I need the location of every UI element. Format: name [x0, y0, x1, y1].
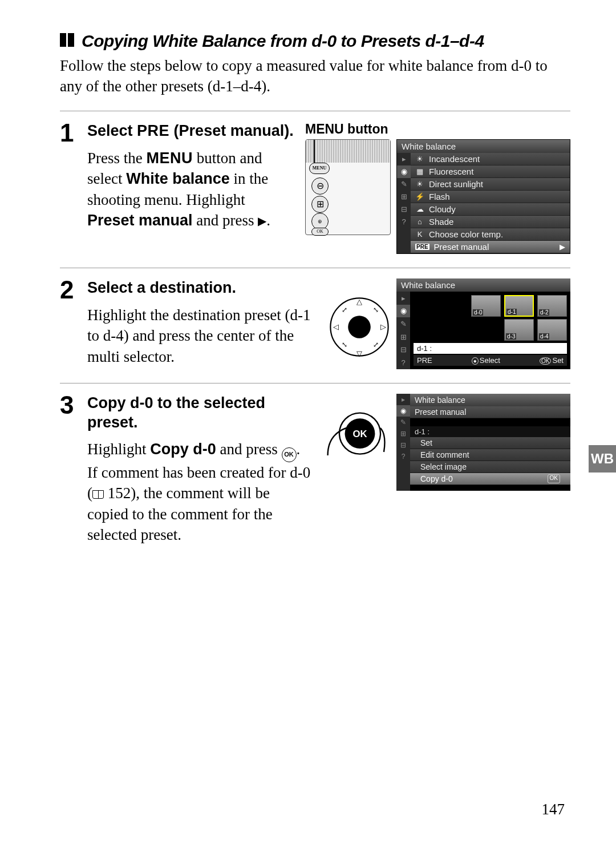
preset-field: d-1 :: [414, 343, 567, 354]
preset-manual-menu: ▸◉✎⊞⊟? White balance Preset manual d-1 :…: [396, 394, 570, 491]
intro-text: Follow the steps below to copy a measure…: [60, 55, 570, 97]
footer-pre: PRE: [417, 356, 432, 365]
sun-icon: ☀: [415, 180, 424, 188]
step-3-heading: Copy d-0 to the selected preset.: [87, 394, 312, 433]
step-1-number: 1: [60, 120, 87, 146]
camera-illustration: MENU ⊖ ⊞ ⊕ OK: [305, 139, 391, 235]
svg-text:◁: ◁: [333, 322, 339, 331]
step-3-number: 3: [60, 393, 87, 418]
fluorescent-icon: ▦: [415, 167, 424, 176]
right-arrow-icon: ▶: [560, 243, 565, 251]
pre-label: PRE: [137, 122, 169, 139]
menu-label: MENU: [147, 150, 193, 167]
page-number: 147: [542, 801, 565, 818]
step-2-description: Highlight the destination preset (d-1 to…: [87, 305, 318, 367]
white-balance-menu: White balance ▸◉✎⊞⊟? ☀Incandescent ▦Fluo…: [396, 139, 570, 254]
pm-field: d-1 :: [410, 426, 570, 437]
pm-title: White balance: [410, 394, 570, 406]
svg-text:▽: ▽: [356, 349, 362, 357]
menu-list: ☀Incandescent ▦Fluorescent ☀Direct sunli…: [411, 153, 570, 253]
step-2-number: 2: [60, 277, 87, 302]
selected-preset-thumb: d-1: [504, 295, 534, 317]
k-icon: K: [415, 230, 424, 239]
section-title: Copying White Balance from d-0 to Preset…: [82, 31, 484, 50]
menu-button-label: MENU button: [305, 122, 388, 137]
preset-destination-screen: White balance ▸◉✎⊞⊟? d-0 d-1 d-2 d-: [396, 278, 570, 369]
svg-text:⤡: ⤡: [342, 341, 347, 349]
copy-d0-item: Copy d-0OK: [410, 473, 570, 485]
step-1: 1 Select PRE (Preset manual). Press the …: [60, 111, 570, 254]
svg-text:⤢: ⤢: [342, 305, 347, 313]
step-2-heading: Select a destination.: [87, 278, 318, 298]
preset-manual-item: PREPreset manual▶: [411, 241, 570, 253]
step-2: 2 Select a destination. Highlight the de…: [60, 268, 570, 369]
ok-badge-icon: OK: [548, 474, 560, 483]
svg-text:▷: ▷: [380, 322, 386, 331]
step-1-description: Press the MENU button and select White b…: [87, 148, 295, 231]
shade-icon: ⌂: [415, 217, 424, 226]
menu-sidebar: ▸◉✎⊞⊟?: [397, 153, 411, 253]
title-blocks-icon: [60, 33, 76, 49]
menu-title: White balance: [397, 140, 570, 153]
right-arrow-icon: ▶: [258, 213, 266, 229]
flash-icon: ⚡: [415, 192, 424, 201]
svg-text:△: △: [356, 297, 362, 306]
pre-badge-icon: PRE: [415, 244, 429, 250]
svg-text:⤡: ⤡: [373, 305, 379, 313]
step-3-description: Highlight Copy d-0 and press OK. If comm…: [87, 439, 312, 545]
svg-point-1: [348, 316, 371, 338]
preset-title: White balance: [396, 278, 570, 292]
step-3: 3 Copy d-0 to the selected preset. Highl…: [60, 383, 570, 546]
section-title-row: Copying White Balance from d-0 to Preset…: [60, 31, 570, 51]
svg-text:⤢: ⤢: [373, 341, 379, 349]
ok-button-illustration: OK: [322, 401, 391, 469]
multi-selector-illustration: △ ▽ ◁ ▷ ⤢ ⤡ ⤡ ⤢: [328, 296, 391, 358]
ok-button-icon: OK: [282, 447, 297, 462]
wb-section-tab: WB: [589, 445, 616, 473]
step-1-heading: Select PRE (Preset manual).: [87, 122, 295, 141]
svg-text:OK: OK: [352, 428, 367, 439]
bulb-icon: ☀: [415, 155, 424, 163]
cloud-icon: ☁: [415, 205, 424, 213]
pm-subtitle: Preset manual: [410, 406, 570, 418]
page-reference-icon: [92, 490, 104, 499]
